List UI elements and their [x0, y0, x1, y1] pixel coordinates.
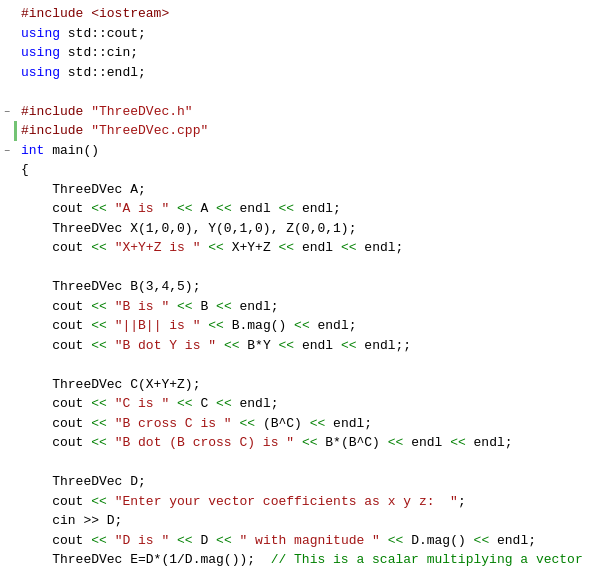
- line-content-12: ThreeDVec X(1,0,0), Y(0,1,0), Z(0,0,1);: [17, 219, 609, 239]
- line-content-15: ThreeDVec B(3,4,5);: [17, 277, 609, 297]
- line-18: cout << "B dot Y is " << B*Y << endl << …: [0, 336, 613, 356]
- line-content-4: using std::endl;: [17, 63, 609, 83]
- line-content-3: using std::cin;: [17, 43, 609, 63]
- token: cout: [21, 299, 91, 314]
- token: <<: [474, 533, 490, 548]
- token: B: [193, 299, 216, 314]
- token: "||B|| is ": [115, 318, 201, 333]
- token: [216, 338, 224, 353]
- line-27: cin >> D;: [0, 511, 613, 531]
- token: [107, 201, 115, 216]
- token: cout: [21, 416, 91, 431]
- token: std::endl;: [60, 65, 146, 80]
- token: endl;: [489, 533, 536, 548]
- token: ThreeDVec X(1,0,0), Y(0,1,0), Z(0,0,1);: [21, 221, 356, 236]
- token: endl;;: [357, 338, 412, 353]
- line-17: cout << "||B|| is " << B.mag() << endl;: [0, 316, 613, 336]
- token: <<: [91, 240, 107, 255]
- token: cout: [21, 435, 91, 450]
- token: <<: [177, 533, 193, 548]
- token: <<: [91, 338, 107, 353]
- token: using: [21, 45, 60, 60]
- token: <<: [91, 318, 107, 333]
- token: cout: [21, 494, 91, 509]
- token: A: [193, 201, 216, 216]
- token: {: [21, 162, 29, 177]
- token: C: [193, 396, 216, 411]
- token: ;: [458, 494, 466, 509]
- token: endl;: [232, 299, 279, 314]
- line-29: ThreeDVec E=D*(1/D.mag()); // This is a …: [0, 550, 613, 570]
- token: "B cross C is ": [115, 416, 232, 431]
- token: endl;: [310, 318, 357, 333]
- token: D.mag(): [403, 533, 473, 548]
- token: B*Y: [239, 338, 278, 353]
- token: <<: [450, 435, 466, 450]
- token: endl;: [357, 240, 404, 255]
- token: <<: [216, 299, 232, 314]
- token: B.mag(): [224, 318, 294, 333]
- line-4: using std::endl;: [0, 63, 613, 83]
- token: [169, 533, 177, 548]
- line-7: #include "ThreeDVec.cpp": [0, 121, 613, 141]
- token: "Enter your vector coefficients as x y z…: [115, 494, 458, 509]
- line-content-24: [17, 453, 609, 473]
- line-content-25: ThreeDVec D;: [17, 472, 609, 492]
- line-8: −int main(): [0, 141, 613, 161]
- token: <<: [294, 318, 310, 333]
- line-content-6: #include "ThreeDVec.h": [17, 102, 609, 122]
- token: <<: [216, 396, 232, 411]
- token: endl;: [294, 201, 341, 216]
- fold-icon-6[interactable]: −: [4, 105, 10, 120]
- token: <<: [91, 533, 107, 548]
- line-20: ThreeDVec C(X+Y+Z);: [0, 375, 613, 395]
- token: cout: [21, 533, 91, 548]
- token: <<: [310, 416, 326, 431]
- line-content-20: ThreeDVec C(X+Y+Z);: [17, 375, 609, 395]
- token: main(): [44, 143, 99, 158]
- line-28: cout << "D is " << D << " with magnitude…: [0, 531, 613, 551]
- token: [169, 299, 177, 314]
- token: <<: [177, 396, 193, 411]
- line-content-2: using std::cout;: [17, 24, 609, 44]
- line-13: cout << "X+Y+Z is " << X+Y+Z << endl << …: [0, 238, 613, 258]
- token: // This is a scalar multiplying a vector: [271, 552, 583, 567]
- line-16: cout << "B is " << B << endl;: [0, 297, 613, 317]
- token: endl;: [325, 416, 372, 431]
- token: <<: [208, 318, 224, 333]
- line-21: cout << "C is " << C << endl;: [0, 394, 613, 414]
- fold-icon-8[interactable]: −: [4, 144, 10, 159]
- token: std::cout;: [60, 26, 146, 41]
- token: "X+Y+Z is ": [115, 240, 201, 255]
- token: <<: [279, 240, 295, 255]
- line-gutter-6: −: [0, 105, 14, 120]
- token: <<: [224, 338, 240, 353]
- token: endl: [294, 240, 341, 255]
- line-gutter-8: −: [0, 144, 14, 159]
- token: <<: [91, 299, 107, 314]
- line-22: cout << "B cross C is " << (B^C) << endl…: [0, 414, 613, 434]
- token: [107, 396, 115, 411]
- token: "D is ": [115, 533, 170, 548]
- line-content-27: cin >> D;: [17, 511, 609, 531]
- token: [107, 494, 115, 509]
- line-content-22: cout << "B cross C is " << (B^C) << endl…: [17, 414, 609, 434]
- token: X+Y+Z: [224, 240, 279, 255]
- line-1: #include <iostream>: [0, 4, 613, 24]
- line-content-16: cout << "B is " << B << endl;: [17, 297, 609, 317]
- token: #include <iostream>: [21, 6, 169, 21]
- line-9: {: [0, 160, 613, 180]
- token: <<: [91, 201, 107, 216]
- token: ThreeDVec C(X+Y+Z);: [21, 377, 200, 392]
- token: cout: [21, 396, 91, 411]
- token: using: [21, 26, 60, 41]
- token: <<: [239, 416, 255, 431]
- token: [107, 416, 115, 431]
- token: std::cin;: [60, 45, 138, 60]
- line-3: using std::cin;: [0, 43, 613, 63]
- line-6: −#include "ThreeDVec.h": [0, 102, 613, 122]
- token: [107, 318, 115, 333]
- token: <<: [208, 240, 224, 255]
- token: ThreeDVec B(3,4,5);: [21, 279, 200, 294]
- token: endl;: [232, 396, 279, 411]
